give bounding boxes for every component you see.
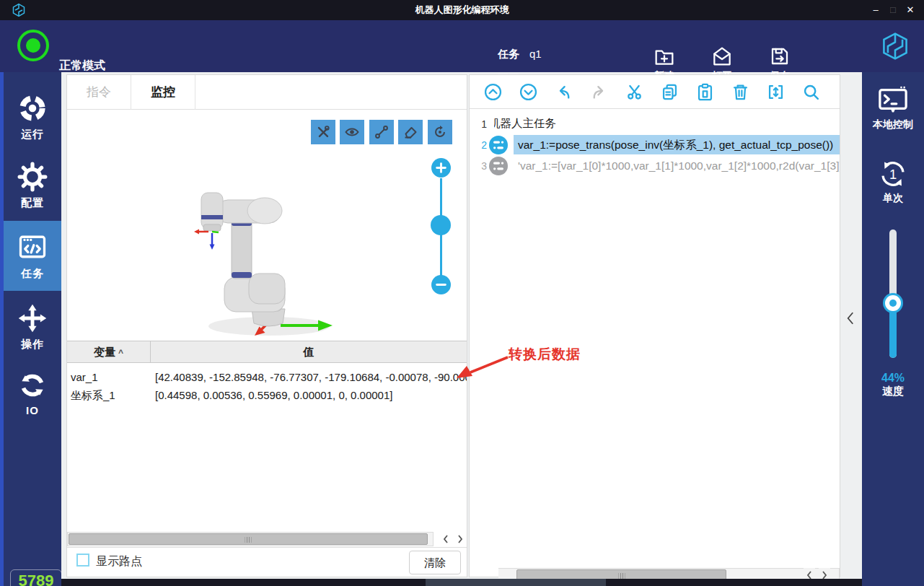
tools-icon [315, 124, 331, 140]
save-icon [768, 45, 791, 68]
monitor-hscroll-thumb[interactable] [69, 533, 428, 545]
counter-badge: 5789 [10, 569, 62, 586]
copy-icon [660, 82, 679, 102]
speed-label: 速度 [862, 385, 924, 398]
mode-label: 正常模式 [59, 58, 105, 74]
table-row-frame1[interactable]: 坐标系_1 [0.44598, 0.00536, 0.55969, 0.0000… [67, 386, 467, 404]
program-line[interactable]: 1 机器人主任务 [470, 113, 840, 134]
redo-button[interactable] [589, 82, 609, 102]
sidebar-item-operate[interactable]: 操作 [4, 294, 61, 359]
view-tools-button[interactable] [311, 120, 335, 144]
search-button[interactable] [801, 82, 821, 102]
view-eraser-button[interactable] [398, 120, 423, 144]
monitor-panel: 指令 监控 [66, 74, 467, 577]
title-bar: 机器人图形化编程环境 – □ ✕ [0, 0, 924, 20]
svg-text:1: 1 [889, 167, 897, 182]
show-waypoints-label: 显示路点 [96, 554, 142, 569]
io-swap-icon [18, 371, 47, 400]
clear-button[interactable]: 清除 [409, 551, 461, 574]
table-row-var1[interactable]: var_1 [42.40839, -152.85948, -76.77307, … [67, 368, 467, 386]
brand-logo-icon [879, 30, 911, 62]
task-field: 任务q1 [498, 48, 542, 61]
variable-table-header: 变量 ^ 值 [67, 341, 467, 363]
close-button[interactable]: ✕ [899, 0, 921, 20]
control-sidebar: 本地控制 1 单次 44% 速度 [862, 72, 924, 586]
undo-icon [554, 82, 573, 102]
path-icon [374, 124, 390, 140]
taskbar-item [426, 579, 606, 586]
robot-3d-view[interactable] [180, 181, 334, 341]
move-up-button[interactable] [483, 82, 503, 102]
show-waypoints-checkbox[interactable] [76, 554, 89, 567]
sidebar-item-io[interactable]: IO [4, 363, 61, 424]
assignment-icon-disabled [489, 157, 508, 175]
scroll-left-button[interactable] [440, 532, 452, 546]
assignment-icon [489, 136, 508, 154]
sidebar-item-task[interactable]: 任务 [4, 221, 61, 291]
search-icon [801, 82, 821, 102]
tab-bar: 指令 监控 [67, 75, 467, 110]
task-value: q1 [529, 48, 542, 60]
speed-value: 44% [862, 372, 924, 385]
rotate-icon [432, 124, 448, 140]
view-path-button[interactable] [369, 120, 394, 144]
window-title: 机器人图形化编程环境 [0, 0, 924, 20]
program-toolbar [470, 75, 840, 109]
new-file-icon [653, 45, 676, 68]
column-variable[interactable]: 变量 ^ [67, 341, 151, 362]
zoom-slider-knob[interactable] [431, 215, 451, 235]
view-rotate-button[interactable] [428, 120, 452, 144]
column-value: 值 [151, 341, 467, 362]
speed-slider-knob[interactable] [883, 293, 903, 313]
cut-button[interactable] [625, 82, 644, 102]
chevron-right-icon [457, 534, 464, 544]
view-visibility-button[interactable] [340, 120, 364, 144]
single-run-button[interactable]: 1 单次 [862, 159, 924, 205]
jog-move-icon [17, 303, 48, 333]
annotation-arrow [433, 339, 606, 390]
move-down-button[interactable] [519, 82, 538, 102]
terminal-icon [876, 85, 910, 115]
taskbar-strip [61, 579, 862, 586]
single-run-icon: 1 [878, 159, 908, 189]
plus-icon [436, 162, 446, 173]
zoom-in-button[interactable] [431, 158, 451, 178]
zoom-out-button[interactable] [431, 275, 451, 294]
left-sidebar: 运行 配置 任务 [0, 72, 61, 586]
fold-icon [766, 82, 786, 102]
chevron-left-icon [442, 534, 449, 544]
monitor-hscrollbar[interactable] [67, 532, 434, 546]
monitor-footer: 显示路点 清除 [67, 547, 467, 577]
delete-button[interactable] [731, 82, 750, 102]
scroll-right-button[interactable] [454, 532, 466, 546]
collapse-panel-handle[interactable] [845, 310, 855, 326]
eraser-icon [402, 124, 418, 140]
local-control-button[interactable]: 本地控制 [862, 85, 924, 131]
app-window: 机器人图形化编程环境 – □ ✕ 正常模式 任务q1 配置default 新建 … [0, 0, 924, 586]
status-indicator [17, 30, 49, 61]
program-lines: 1 机器人主任务 2 var_1:=pose_trans(pose_inv(坐标… [470, 113, 840, 176]
tab-instruction[interactable]: 指令 [67, 75, 131, 110]
task-code-icon [17, 231, 48, 263]
program-line-disabled[interactable]: 3 'var_1:=[var_1[0]*1000,var_1[1]*1000,v… [470, 155, 840, 176]
move-up-icon [483, 82, 503, 102]
copy-button[interactable] [660, 82, 679, 102]
sidebar-item-config[interactable]: 配置 [4, 154, 61, 217]
run-icon [17, 93, 48, 123]
undo-button[interactable] [554, 82, 573, 102]
program-line-selected[interactable]: 2 var_1:=pose_trans(pose_inv(坐标系_1), get… [470, 134, 840, 155]
chevron-left-icon [845, 310, 855, 326]
open-file-icon [710, 45, 734, 68]
paste-button[interactable] [695, 82, 715, 102]
sidebar-item-run[interactable]: 运行 [4, 85, 61, 149]
settings-gear-icon [17, 162, 48, 192]
move-down-icon [519, 82, 538, 102]
redo-icon [589, 82, 609, 102]
program-panel: 1 机器人主任务 2 var_1:=pose_trans(pose_inv(坐标… [469, 74, 840, 577]
task-label: 任务 [498, 48, 519, 60]
tab-monitor[interactable]: 监控 [131, 75, 195, 110]
fold-button[interactable] [766, 82, 786, 102]
cut-icon [625, 82, 644, 102]
minus-icon [436, 279, 446, 290]
paste-icon [695, 82, 715, 102]
